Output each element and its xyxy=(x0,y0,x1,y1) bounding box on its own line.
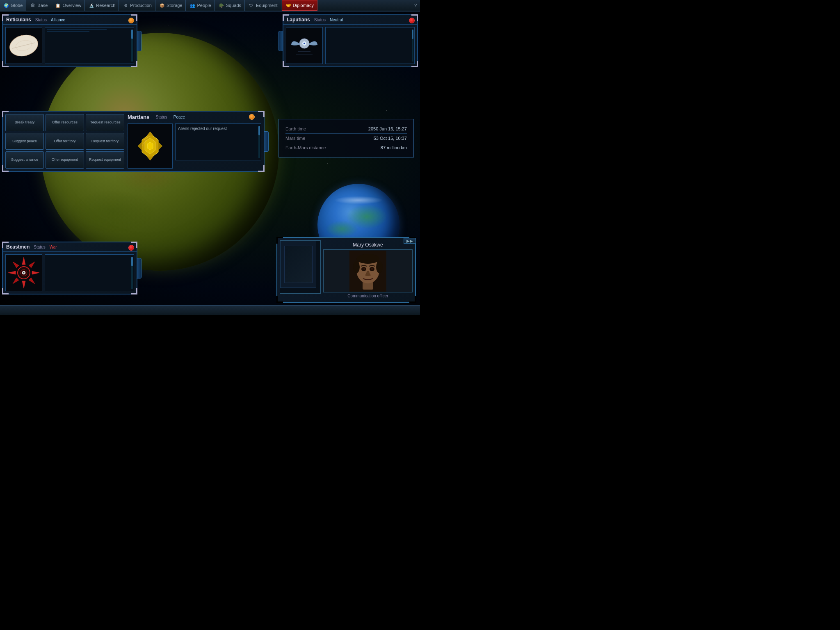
nav-overview[interactable]: 📋 Overview xyxy=(52,0,85,11)
laputians-portrait xyxy=(286,27,323,64)
squads-icon: 🪖 xyxy=(219,2,224,8)
corner-bl xyxy=(2,165,9,172)
corner-tl xyxy=(2,242,9,248)
svg-marker-24 xyxy=(13,278,19,284)
diplomacy-icon: 🤝 xyxy=(285,2,291,8)
reticulans-status-value: Alliance xyxy=(51,18,65,22)
beastmen-status-label: Status xyxy=(34,245,45,249)
offer-territory-button[interactable]: Offer territory xyxy=(46,133,84,150)
beastmen-side-tab xyxy=(137,258,142,278)
request-resources-button[interactable]: Request resources xyxy=(86,114,124,131)
martians-name: Martians xyxy=(128,114,149,120)
beastmen-body xyxy=(3,252,137,294)
nav-research-label: Research xyxy=(96,3,115,8)
svg-marker-23 xyxy=(29,278,35,284)
nav-base-label: Base xyxy=(37,3,48,8)
corner-br xyxy=(258,165,265,172)
bottom-bar xyxy=(0,305,420,315)
equipment-icon: 🛡 xyxy=(249,2,254,8)
nav-base[interactable]: 🏛 Base xyxy=(27,0,51,11)
svg-marker-20 xyxy=(8,271,16,274)
reticulans-indicator xyxy=(128,18,134,23)
svg-marker-13 xyxy=(158,142,162,150)
nav-people[interactable]: 👥 People xyxy=(186,0,215,11)
svg-marker-18 xyxy=(22,281,25,288)
reticulans-stats xyxy=(45,27,134,34)
comm-officer-face xyxy=(349,251,386,292)
nav-storage-label: Storage xyxy=(167,3,183,8)
distance-row: Earth-Mars distance 87 million km xyxy=(285,143,407,152)
earth-time-row: Earth time 2050 Jun 16, 15:27 xyxy=(285,124,407,134)
reticulans-portrait xyxy=(5,27,42,64)
svg-point-5 xyxy=(304,43,305,44)
comm-officer-title: Communication officer xyxy=(323,292,413,299)
martians-status-label: Status xyxy=(155,115,167,119)
nav-research[interactable]: 🔬 Research xyxy=(85,0,119,11)
beastmen-info-panel xyxy=(45,254,134,291)
suggest-alliance-button[interactable]: Suggest alliance xyxy=(5,151,44,169)
martians-action-buttons: Break treaty Offer resources Request res… xyxy=(5,114,124,169)
laputians-status-value: Neutral xyxy=(330,18,343,22)
nav-storage[interactable]: 📦 Storage xyxy=(156,0,186,11)
beastmen-indicator xyxy=(128,245,134,251)
nav-production-label: Production xyxy=(130,3,152,8)
corner-tl xyxy=(283,14,289,21)
message-scrollbar xyxy=(258,126,260,158)
earth-time-label: Earth time xyxy=(285,126,306,131)
offer-equipment-button[interactable]: Offer equipment xyxy=(46,151,84,169)
side-tab xyxy=(137,31,142,51)
distance-value: 87 million km xyxy=(381,145,407,150)
martians-gem-icon xyxy=(132,128,169,164)
nav-squads[interactable]: 🪖 Squads xyxy=(215,0,245,11)
laputians-header: Laputians Status Neutral xyxy=(283,15,417,25)
martians-status-value: Peace xyxy=(173,115,185,119)
corner-bl xyxy=(2,288,9,294)
corner-br xyxy=(409,296,416,303)
martians-right: Martians Status Peace xyxy=(128,114,261,169)
suggest-peace-button[interactable]: Suggest peace xyxy=(5,133,44,150)
comm-officer-panel: ▶▶ Mary Osakwe xyxy=(276,237,416,303)
request-equipment-button[interactable]: Request equipment xyxy=(86,151,124,169)
request-territory-button[interactable]: Request territory xyxy=(86,133,124,150)
laputians-scroll-thumb xyxy=(412,30,413,39)
nav-bar: 🌍 Globe 🏛 Base 📋 Overview 🔬 Research ⚙ P… xyxy=(0,0,420,11)
corner-bl xyxy=(283,61,289,67)
martians-portrait xyxy=(128,123,173,169)
laputians-indicator xyxy=(409,18,415,23)
svg-point-33 xyxy=(353,261,360,273)
beastmen-portrait xyxy=(5,254,42,291)
time-info-panel: Earth time 2050 Jun 16, 15:27 Mars time … xyxy=(278,119,414,158)
nav-globe[interactable]: 🌍 Globe xyxy=(0,0,26,11)
martians-message: Aliens rejected our request xyxy=(178,126,227,131)
corner-tl xyxy=(276,237,283,244)
beastmen-card: Beastmen Status War xyxy=(2,242,137,294)
svg-marker-11 xyxy=(147,132,153,136)
beastmen-name: Beastmen xyxy=(6,244,30,250)
globe-icon: 🌍 xyxy=(3,2,9,8)
earth-time-value: 2050 Jun 16, 15:27 xyxy=(368,126,407,131)
nav-help[interactable]: ? xyxy=(411,0,420,11)
offer-resources-button[interactable]: Offer resources xyxy=(46,114,84,131)
nav-overview-label: Overview xyxy=(62,3,81,8)
corner-bl xyxy=(2,61,9,67)
corner-tl xyxy=(2,14,9,21)
laputians-body xyxy=(283,25,417,66)
nav-equipment[interactable]: 🛡 Equipment xyxy=(245,0,281,11)
comm-right: Mary Osakwe xyxy=(323,240,413,299)
laputians-info-panel xyxy=(325,27,415,64)
comm-portrait-placeholder xyxy=(280,241,316,288)
nav-diplomacy[interactable]: 🤝 Diplomacy xyxy=(282,0,317,11)
mars-time-label: Mars time xyxy=(285,136,305,141)
martians-card: Break treaty Offer resources Request res… xyxy=(2,111,265,172)
laputians-card: Laputians Status Neutral xyxy=(283,14,418,67)
nav-people-label: People xyxy=(197,3,211,8)
break-treaty-button[interactable]: Break treaty xyxy=(5,114,44,131)
mars-time-value: 53 Oct 15, 10:37 xyxy=(374,136,407,141)
corner-tl xyxy=(2,111,9,117)
nav-production[interactable]: ⚙ Production xyxy=(119,0,155,11)
svg-point-39 xyxy=(363,268,365,269)
comm-left-panel xyxy=(280,240,321,294)
svg-point-34 xyxy=(376,261,383,273)
comm-close-button[interactable]: ▶▶ xyxy=(404,238,416,244)
svg-marker-14 xyxy=(138,142,142,150)
